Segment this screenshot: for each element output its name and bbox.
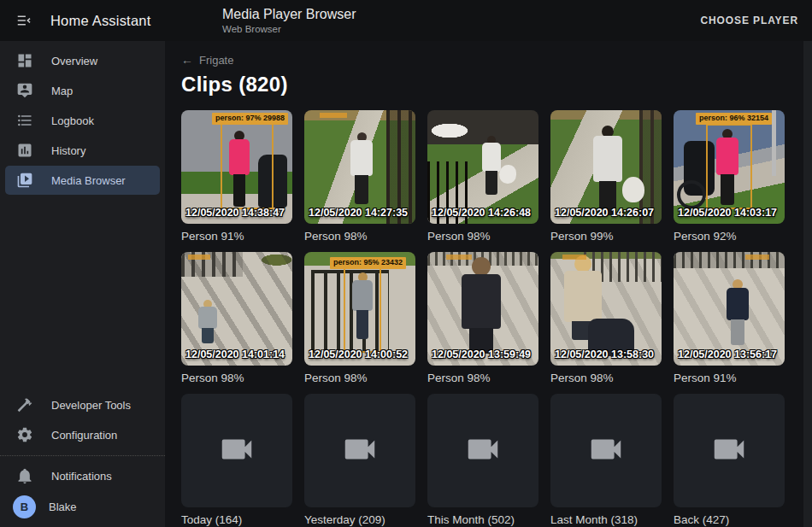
- person-legs: [485, 171, 497, 195]
- detection-box: [344, 262, 381, 353]
- detection-label: person: 97% 29988: [212, 113, 288, 125]
- sidebar-item-history[interactable]: History: [5, 136, 160, 165]
- clip-label: Person 99%: [550, 230, 662, 243]
- bell-icon: [15, 467, 33, 485]
- folder-label: Today (164): [181, 513, 292, 527]
- clip-item[interactable]: 12/05/2020 14:26:48 Person 98%: [427, 110, 538, 243]
- clip-timestamp: 12/05/2020 14:26:07: [555, 207, 654, 219]
- sidebar-item-configuration[interactable]: Configuration: [5, 420, 160, 449]
- clip-thumbnail[interactable]: person: 95% 23432 12/05/2020 14:00:52: [304, 252, 415, 366]
- scene-prop: [499, 165, 516, 184]
- clip-label: Person 98%: [304, 372, 415, 385]
- folder-item-back-[interactable]: Back (427): [674, 394, 785, 527]
- person-legs: [731, 319, 744, 345]
- clip-label: Person 91%: [674, 372, 785, 385]
- media-browser-icon: [15, 172, 33, 190]
- media-grid: person: 97% 29988 12/05/2020 14:38:47 Pe…: [181, 110, 812, 527]
- video-camera-icon: [340, 430, 380, 472]
- person-figure: [593, 126, 622, 215]
- folder-thumbnail[interactable]: [304, 394, 415, 507]
- clip-item[interactable]: person: 97% 29988 12/05/2020 14:38:47 Pe…: [181, 110, 292, 243]
- clip-thumbnail[interactable]: 12/05/2020 13:58:30: [550, 252, 662, 366]
- clip-thumbnail[interactable]: 12/05/2020 13:59:49: [427, 252, 538, 366]
- folder-item-yesterday-[interactable]: Yesterday (209): [304, 394, 415, 527]
- clip-label: Person 98%: [427, 230, 538, 243]
- media-player-subtitle: Web Browser: [222, 23, 356, 35]
- main-content: ← Frigate Clips (820) person: 97% 29988 …: [165, 41, 812, 527]
- header: Home Assistant Media Player Browser Web …: [0, 0, 812, 41]
- detection-box: [221, 122, 274, 209]
- clip-thumbnail[interactable]: 12/05/2020 14:01:14: [181, 252, 292, 366]
- person-legs: [355, 175, 368, 204]
- person-head: [574, 255, 591, 272]
- sidebar-footer-nav: Developer Tools Configuration: [0, 389, 165, 450]
- clip-thumbnail[interactable]: 12/05/2020 14:26:07: [550, 110, 662, 224]
- avatar: B: [13, 495, 36, 518]
- folder-thumbnail[interactable]: [181, 394, 292, 507]
- folder-thumbnail[interactable]: [427, 394, 538, 507]
- clip-thumbnail[interactable]: 12/05/2020 14:26:48: [427, 110, 538, 224]
- folder-thumbnail[interactable]: [550, 394, 662, 507]
- clip-timestamp: 12/05/2020 14:00:52: [309, 348, 408, 360]
- detection-label: person: 96% 32154: [696, 113, 772, 125]
- app-root: Home Assistant Media Player Browser Web …: [0, 0, 812, 527]
- person-figure: [350, 132, 373, 204]
- person-figure: [462, 257, 501, 354]
- scrollbar[interactable]: [803, 41, 812, 527]
- folder-item-last-month-[interactable]: Last Month (318): [550, 394, 662, 527]
- clip-item[interactable]: 12/05/2020 13:56:17 Person 91%: [674, 252, 785, 385]
- person-figure: [727, 279, 749, 345]
- clip-thumbnail[interactable]: 12/05/2020 13:56:17: [674, 252, 785, 366]
- sidebar-item-overview[interactable]: Overview: [5, 46, 160, 75]
- hammer-icon: [15, 396, 33, 414]
- folder-thumbnail[interactable]: [674, 394, 785, 507]
- clip-item[interactable]: 12/05/2020 13:58:30 Person 98%: [550, 252, 662, 385]
- sidebar-user[interactable]: B Blake: [5, 492, 160, 521]
- clip-thumbnail[interactable]: person: 96% 32154 12/05/2020 14:03:17: [674, 110, 785, 224]
- sidebar-nav: Overview Map Logbook History Media Brows…: [0, 45, 165, 196]
- sidebar-item-notifications[interactable]: Notifications: [5, 461, 160, 490]
- folder-item-this-month-[interactable]: This Month (502): [427, 394, 538, 527]
- clip-label: Person 98%: [304, 230, 415, 243]
- sidebar-item-developer-tools[interactable]: Developer Tools: [5, 390, 160, 419]
- person-torso: [593, 136, 622, 182]
- sidebar-item-media-browser[interactable]: Media Browser: [5, 166, 160, 195]
- clip-item[interactable]: 12/05/2020 14:26:07 Person 99%: [550, 110, 662, 243]
- video-camera-icon: [586, 430, 626, 472]
- clip-label: Person 92%: [674, 230, 785, 243]
- video-camera-icon: [463, 430, 503, 472]
- breadcrumb[interactable]: ← Frigate: [181, 53, 233, 67]
- menu-toggle-icon: [15, 11, 36, 30]
- person-figure: [198, 300, 217, 343]
- detection-box: [706, 124, 752, 209]
- clip-timestamp: 12/05/2020 13:59:49: [432, 348, 531, 360]
- sidebar-toggle-button[interactable]: [15, 10, 36, 31]
- video-camera-icon: [709, 430, 749, 472]
- folder-label: Last Month (318): [550, 513, 662, 527]
- clip-thumbnail[interactable]: person: 97% 29988 12/05/2020 14:38:47: [181, 110, 292, 224]
- media-player-title: Media Player Browser: [222, 6, 356, 23]
- clip-timestamp: 12/05/2020 14:27:35: [309, 207, 408, 219]
- breadcrumb-label: Frigate: [199, 54, 233, 67]
- back-arrow-icon: ←: [181, 53, 193, 67]
- folder-item-today-[interactable]: Today (164): [181, 394, 292, 527]
- clip-timestamp: 12/05/2020 14:38:47: [185, 207, 285, 219]
- choose-player-button[interactable]: CHOOSE PLAYER: [700, 15, 798, 26]
- clip-item[interactable]: 12/05/2020 14:01:14 Person 98%: [181, 252, 292, 385]
- person-torso: [482, 143, 501, 172]
- clip-label: Person 98%: [550, 372, 662, 385]
- sidebar-item-map[interactable]: Map: [5, 76, 160, 105]
- clip-label: Person 91%: [181, 230, 292, 243]
- sidebar-spacer: [0, 196, 165, 389]
- folder-label: This Month (502): [427, 513, 538, 527]
- clip-item[interactable]: person: 96% 32154 12/05/2020 14:03:17 Pe…: [674, 110, 785, 243]
- clip-label: Person 98%: [181, 372, 292, 385]
- sidebar-item-logbook[interactable]: Logbook: [5, 106, 160, 135]
- folder-label: Back (427): [674, 513, 785, 527]
- clip-item[interactable]: 12/05/2020 13:59:49 Person 98%: [427, 252, 538, 385]
- app-title: Home Assistant: [50, 13, 150, 29]
- clip-item[interactable]: 12/05/2020 14:27:35 Person 98%: [304, 110, 415, 243]
- person-torso: [727, 288, 749, 320]
- clip-item[interactable]: person: 95% 23432 12/05/2020 14:00:52 Pe…: [304, 252, 415, 385]
- clip-thumbnail[interactable]: 12/05/2020 14:27:35: [304, 110, 415, 224]
